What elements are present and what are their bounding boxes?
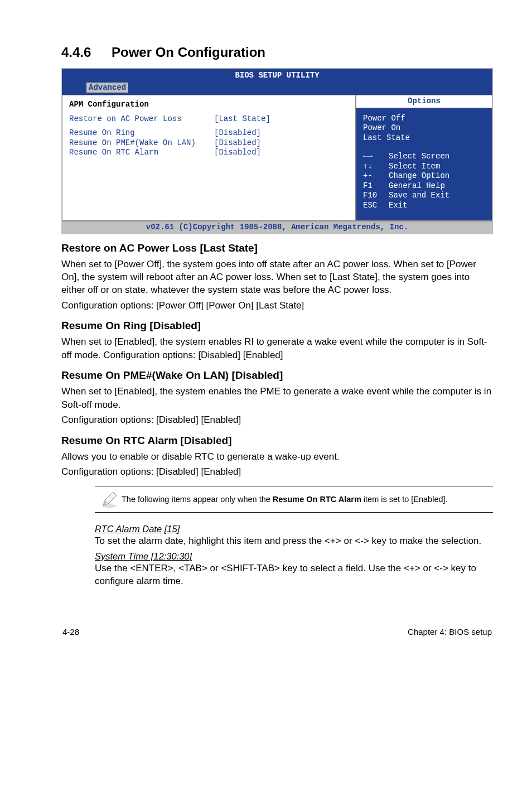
help-text: Save and Exit — [389, 191, 449, 201]
note-pencil-icon — [97, 490, 122, 509]
bios-row: Resume On RTC Alarm [Disabled] — [69, 148, 349, 158]
bios-option: Power Off — [363, 114, 485, 124]
note-box: The following items appear only when the… — [95, 486, 493, 513]
bios-row-label: Resume On PME#(Wake On LAN) — [69, 138, 214, 148]
bios-row-label: Resume On Ring — [69, 128, 214, 138]
help-text: Select Item — [389, 162, 440, 172]
help-key: F10 — [363, 191, 389, 201]
paragraph: Configuration options: [Disabled] [Enabl… — [61, 413, 493, 426]
help-text: Select Screen — [389, 152, 449, 162]
help-text: Change Option — [389, 171, 449, 181]
bios-option: Power On — [363, 123, 485, 133]
bios-row: Resume On Ring [Disabled] — [69, 128, 349, 138]
rtc-date-heading: RTC Alarm Date [15] — [95, 524, 493, 534]
subheading-ring: Resume On Ring [Disabled] — [61, 320, 493, 332]
chapter-label: Chapter 4: BIOS setup — [408, 627, 492, 636]
section-number: 4.4.6 — [61, 45, 112, 60]
note-bold: Resume On RTC Alarm — [273, 495, 361, 504]
paragraph: Configuration options: [Power Off] [Powe… — [61, 299, 493, 312]
bios-options-header: Options — [356, 95, 492, 108]
system-time-heading: System Time [12:30:30] — [95, 551, 493, 562]
subheading-rtc: Resume On RTC Alarm [Disabled] — [61, 435, 493, 447]
page-number: 4-28 — [62, 627, 79, 636]
paragraph: When set to [Power Off], the system goes… — [61, 258, 493, 297]
subheading-pme: Resume On PME#(Wake On LAN) [Disabled] — [61, 369, 493, 382]
note-text: The following items appear only when the… — [122, 494, 491, 505]
page-footer: 4-28 Chapter 4: BIOS setup — [61, 627, 493, 636]
paragraph: When set to [Enabled], the system enable… — [61, 335, 493, 361]
section-heading: 4.4.6Power On Configuration — [61, 45, 493, 60]
help-key: ←→ — [363, 152, 389, 162]
bios-row-value: [Disabled] — [214, 128, 349, 138]
bios-left-header: APM Configuration — [69, 100, 349, 110]
help-text: General Help — [389, 181, 445, 191]
bios-row-label: Restore on AC Power Loss — [69, 114, 214, 124]
bios-screenshot: BIOS SETUP UTILITY Advanced APM Configur… — [61, 68, 493, 234]
bios-row-value: [Disabled] — [214, 138, 349, 148]
bios-right-pane: Options Power Off Power On Last State ←→… — [356, 95, 492, 221]
bios-row-label: Resume On RTC Alarm — [69, 148, 214, 158]
paragraph: Allows you to enable or disable RTC to g… — [61, 450, 493, 463]
bios-left-pane: APM Configuration Restore on AC Power Lo… — [62, 95, 356, 221]
bios-footer: v02.61 (C)Copyright 1985-2008, American … — [62, 221, 492, 234]
paragraph: Configuration options: [Disabled] [Enabl… — [61, 465, 493, 478]
section-title: Power On Configuration — [112, 45, 265, 60]
bios-title: BIOS SETUP UTILITY — [62, 69, 492, 83]
paragraph: To set the alarm date, highlight this it… — [95, 534, 493, 547]
help-key: ESC — [363, 201, 389, 211]
bios-row: Restore on AC Power Loss [Last State] — [69, 114, 349, 124]
note-post: item is set to [Enabled]. — [361, 495, 448, 504]
paragraph: When set to [Enabled], the system enable… — [61, 385, 493, 411]
bios-row: Resume On PME#(Wake On LAN) [Disabled] — [69, 138, 349, 148]
subheading-restore: Restore on AC Power Loss [Last State] — [61, 242, 493, 254]
bios-option: Last State — [363, 133, 485, 143]
note-pre: The following items appear only when the — [122, 495, 273, 504]
paragraph: Use the <ENTER>, <TAB> or <SHIFT-TAB> ke… — [95, 562, 493, 588]
bios-tabbar: Advanced — [62, 83, 492, 95]
bios-row-value: [Disabled] — [214, 148, 349, 158]
help-text: Exit — [389, 201, 408, 211]
bios-tab-advanced: Advanced — [86, 83, 128, 93]
bios-row-value: [Last State] — [214, 114, 349, 124]
bios-help-block: ←→Select Screen ↑↓Select Item +-Change O… — [356, 147, 492, 220]
help-key: +- — [363, 171, 389, 181]
help-key: F1 — [363, 181, 389, 191]
help-key: ↑↓ — [363, 162, 389, 172]
